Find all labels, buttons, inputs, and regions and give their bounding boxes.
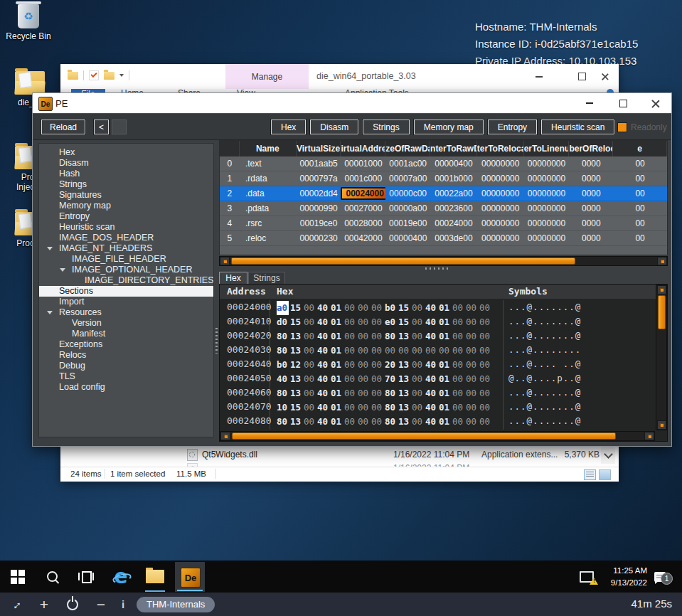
scroll-down-button[interactable] [601, 447, 615, 464]
thumbnail-view-toggle[interactable] [599, 469, 611, 480]
info-button[interactable]: i [116, 593, 130, 616]
hex-byte[interactable]: 00 [371, 344, 385, 358]
hex-byte[interactable]: 00 [412, 301, 425, 315]
table-header-irtualaddres[interactable]: irtualAddres [341, 141, 385, 156]
desktop-icon-recycle-bin[interactable]: ♻ Recycle Bin [4, 4, 53, 41]
hex-byte[interactable]: 00 [452, 400, 466, 415]
hex-byte[interactable]: 00 [479, 315, 493, 329]
hex-byte[interactable]: 00 [371, 358, 385, 372]
hex-byte[interactable]: 40 [317, 329, 331, 344]
hex-byte[interactable]: 40 [277, 372, 290, 386]
hex-byte[interactable]: 00 [304, 344, 317, 358]
hex-byte[interactable]: 01 [439, 386, 452, 400]
die-taskbar-button[interactable]: De [175, 562, 205, 592]
hex-byte[interactable]: 00 [412, 344, 425, 358]
hex-byte[interactable]: 15 [290, 301, 304, 315]
hex-byte[interactable]: 00 [398, 344, 412, 358]
hex-byte[interactable]: 00 [371, 372, 385, 386]
hex-row-00024020[interactable]: 0002402080130040010000008013004001000000… [220, 329, 654, 343]
hex-byte[interactable]: 00 [358, 344, 371, 358]
hex-byte[interactable]: 13 [290, 344, 304, 358]
hex-byte[interactable]: 13 [290, 415, 304, 429]
hex-byte[interactable]: b0 [277, 358, 290, 372]
hex-byte[interactable]: 00 [371, 301, 385, 315]
hex-row-00024080[interactable]: 0002408080130040010000008013004001000000… [220, 414, 654, 428]
hex-byte[interactable]: 00 [344, 400, 358, 415]
hex-byte[interactable]: 40 [425, 358, 439, 372]
folder-icon[interactable] [68, 72, 78, 80]
scroll-left-button[interactable] [220, 432, 230, 440]
hex-byte[interactable]: 20 [385, 358, 398, 372]
hex-byte[interactable]: 00 [344, 315, 358, 329]
hex-byte[interactable]: 15 [398, 315, 412, 329]
explorer-maximize-button[interactable] [571, 64, 592, 89]
hex-byte[interactable]: 13 [398, 329, 412, 344]
hex-byte[interactable]: 40 [317, 372, 331, 386]
tree-item-memory-map[interactable]: Memory map [39, 201, 213, 211]
scrollbar-thumb[interactable] [232, 432, 616, 440]
hex-byte[interactable]: 01 [331, 315, 344, 329]
hex-row-00024060[interactable]: 0002406080130040010000008013004001000000… [220, 386, 654, 400]
hex-byte[interactable]: 01 [439, 301, 452, 315]
chevron-down-icon[interactable] [119, 74, 124, 77]
tree-item-load-config[interactable]: Load config [39, 382, 213, 393]
hex-byte[interactable]: 40 [425, 400, 439, 415]
hex-byte[interactable]: 12 [290, 358, 304, 372]
hex-byte[interactable]: 00 [479, 358, 493, 372]
hex-byte[interactable]: 15 [290, 315, 304, 329]
hex-byte[interactable]: 80 [277, 344, 290, 358]
tree-item-import[interactable]: Import [39, 297, 213, 307]
hex-byte[interactable]: 00 [344, 329, 358, 344]
pe-toolbar-strings-button[interactable]: Strings [363, 120, 409, 134]
horizontal-splitter-handle[interactable] [425, 267, 451, 270]
tree-item-version[interactable]: Version [39, 318, 213, 329]
details-view-toggle[interactable] [584, 469, 596, 480]
tree-item-image-dos-header[interactable]: IMAGE_DOS_HEADER [39, 233, 213, 243]
scrollbar-thumb[interactable] [231, 257, 575, 265]
hex-byte[interactable]: 01 [331, 329, 344, 344]
tree-item-entropy[interactable]: Entropy [39, 211, 213, 222]
back-button[interactable]: < [94, 120, 109, 134]
hex-byte[interactable]: 00 [412, 315, 425, 329]
hex-row-00024030[interactable]: 0002403080130040010000000000000000000000… [220, 343, 654, 357]
tab-hex[interactable]: Hex [219, 272, 247, 284]
hex-byte[interactable]: 40 [425, 372, 439, 386]
hex-byte[interactable]: 01 [439, 358, 452, 372]
scroll-left-button[interactable] [220, 257, 230, 265]
table-header-ertolinenun[interactable]: erToLinenun [524, 141, 570, 156]
table-header-zeofrawda[interactable]: zeOfRawDa [385, 141, 430, 156]
hex-byte[interactable]: 00 [479, 301, 493, 315]
zoom-out-button[interactable]: − [91, 593, 111, 616]
hex-horizontal-scrollbar[interactable] [220, 431, 655, 441]
hex-byte[interactable]: 01 [331, 400, 344, 415]
hex-byte[interactable]: 00 [358, 329, 371, 344]
hex-vertical-scrollbar[interactable] [656, 285, 667, 430]
table-header-berofreloca[interactable]: berOfReloca [569, 141, 613, 156]
hex-byte[interactable]: 00 [479, 344, 493, 358]
hex-byte[interactable]: 01 [331, 358, 344, 372]
hex-byte[interactable]: 00 [466, 400, 479, 415]
pe-minimize-button[interactable] [579, 93, 600, 113]
section-row-reloc[interactable]: 5.reloc0000023000042000000004000003de000… [220, 231, 667, 246]
section-row-rsrc[interactable]: 4.rsrc00019ce00002800000019e000002400000… [220, 216, 667, 231]
table-header-index[interactable] [220, 141, 240, 156]
task-view-button[interactable] [74, 561, 98, 593]
tree-item-heuristic-scan[interactable]: Heuristic scan [39, 222, 213, 233]
hex-byte[interactable]: 00 [452, 358, 466, 372]
readonly-checkbox[interactable] [617, 122, 627, 132]
hex-byte[interactable]: 80 [385, 415, 398, 429]
hex-byte[interactable]: e0 [385, 315, 398, 329]
hex-byte[interactable]: 00 [452, 386, 466, 400]
pe-maximize-button[interactable] [612, 93, 634, 113]
pe-toolbar-disasm-button[interactable]: Disasm [310, 120, 358, 134]
hex-byte[interactable]: 00 [466, 415, 479, 429]
hex-byte[interactable]: 01 [331, 372, 344, 386]
forward-button[interactable] [112, 120, 127, 134]
hex-byte[interactable]: 13 [398, 400, 412, 415]
hex-byte[interactable]: 15 [290, 400, 304, 415]
pe-close-button[interactable] [644, 93, 666, 113]
hex-byte[interactable]: 00 [358, 315, 371, 329]
pe-toolbar-entropy-button[interactable]: Entropy [488, 120, 537, 134]
hex-byte[interactable]: 00 [304, 372, 317, 386]
tree-item-resources[interactable]: Resources [39, 307, 213, 318]
